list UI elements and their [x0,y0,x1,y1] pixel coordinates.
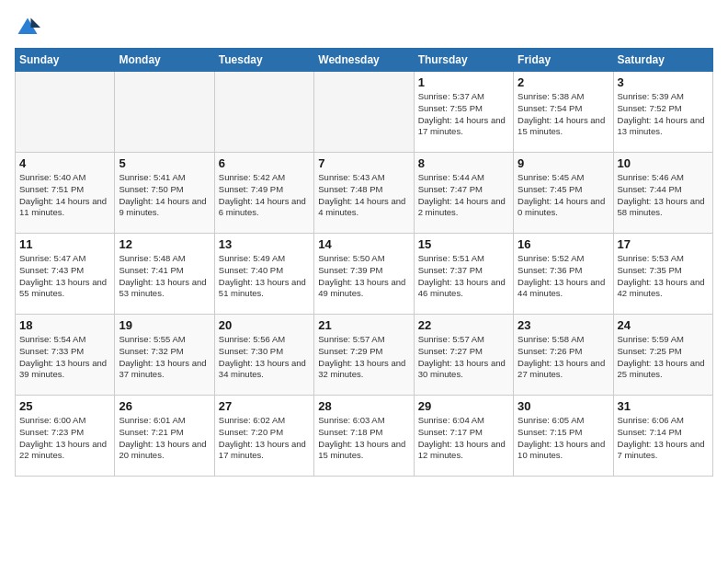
day-number: 23 [518,318,609,332]
logo-icon [15,15,40,40]
calendar-day: 30 Sunrise: 6:05 AMSunset: 7:15 PMDaylig… [514,396,613,477]
calendar-day: 2 Sunrise: 5:38 AMSunset: 7:54 PMDayligh… [514,72,613,153]
calendar-table: SundayMondayTuesdayWednesdayThursdayFrid… [15,48,713,477]
day-info: Sunrise: 5:54 AMSunset: 7:33 PMDaylight:… [19,334,110,381]
header-wednesday: Wednesday [314,49,414,72]
calendar-day: 21 Sunrise: 5:57 AMSunset: 7:29 PMDaylig… [314,315,414,396]
calendar-day: 10 Sunrise: 5:46 AMSunset: 7:44 PMDaylig… [613,153,712,234]
day-info: Sunrise: 6:04 AMSunset: 7:17 PMDaylight:… [418,415,509,462]
day-info: Sunrise: 6:01 AMSunset: 7:21 PMDaylight:… [119,415,210,462]
day-info: Sunrise: 5:57 AMSunset: 7:29 PMDaylight:… [318,334,409,381]
calendar-day: 8 Sunrise: 5:44 AMSunset: 7:47 PMDayligh… [414,153,513,234]
calendar-day: 5 Sunrise: 5:41 AMSunset: 7:50 PMDayligh… [115,153,214,234]
day-info: Sunrise: 6:00 AMSunset: 7:23 PMDaylight:… [19,415,110,462]
calendar-day: 19 Sunrise: 5:55 AMSunset: 7:32 PMDaylig… [115,315,214,396]
calendar-day: 24 Sunrise: 5:59 AMSunset: 7:25 PMDaylig… [613,315,712,396]
day-info: Sunrise: 5:42 AMSunset: 7:49 PMDaylight:… [219,172,310,219]
day-number: 22 [418,318,509,332]
day-info: Sunrise: 5:55 AMSunset: 7:32 PMDaylight:… [119,334,210,381]
calendar-day: 1 Sunrise: 5:37 AMSunset: 7:55 PMDayligh… [414,72,513,153]
day-info: Sunrise: 5:44 AMSunset: 7:47 PMDaylight:… [418,172,509,219]
day-info: Sunrise: 5:37 AMSunset: 7:55 PMDaylight:… [418,91,509,138]
day-number: 7 [318,156,409,170]
calendar-day: 25 Sunrise: 6:00 AMSunset: 7:23 PMDaylig… [16,396,115,477]
day-info: Sunrise: 6:03 AMSunset: 7:18 PMDaylight:… [318,415,409,462]
calendar-day: 11 Sunrise: 5:47 AMSunset: 7:43 PMDaylig… [16,234,115,315]
calendar-day: 29 Sunrise: 6:04 AMSunset: 7:17 PMDaylig… [414,396,513,477]
calendar-day: 6 Sunrise: 5:42 AMSunset: 7:49 PMDayligh… [214,153,313,234]
day-info: Sunrise: 5:49 AMSunset: 7:40 PMDaylight:… [219,253,310,300]
day-number: 30 [518,399,609,413]
day-info: Sunrise: 5:40 AMSunset: 7:51 PMDaylight:… [19,172,110,219]
calendar-day: 28 Sunrise: 6:03 AMSunset: 7:18 PMDaylig… [314,396,414,477]
day-number: 16 [518,237,609,251]
day-number: 13 [219,237,310,251]
day-number: 2 [518,75,609,89]
day-info: Sunrise: 5:59 AMSunset: 7:25 PMDaylight:… [618,334,709,381]
day-number: 14 [318,237,409,251]
day-number: 21 [318,318,409,332]
day-info: Sunrise: 5:52 AMSunset: 7:36 PMDaylight:… [518,253,609,300]
day-number: 20 [219,318,310,332]
day-number: 10 [618,156,709,170]
calendar-week-3: 11 Sunrise: 5:47 AMSunset: 7:43 PMDaylig… [16,234,713,315]
day-info: Sunrise: 5:56 AMSunset: 7:30 PMDaylight:… [219,334,310,381]
day-info: Sunrise: 5:39 AMSunset: 7:52 PMDaylight:… [618,91,709,138]
calendar-week-5: 25 Sunrise: 6:00 AMSunset: 7:23 PMDaylig… [16,396,713,477]
day-number: 27 [219,399,310,413]
day-number: 12 [119,237,210,251]
day-info: Sunrise: 5:48 AMSunset: 7:41 PMDaylight:… [119,253,210,300]
header-tuesday: Tuesday [214,49,313,72]
day-number: 1 [418,75,509,89]
header-thursday: Thursday [414,49,513,72]
day-number: 5 [119,156,210,170]
day-number: 4 [19,156,110,170]
day-number: 31 [618,399,709,413]
logo [15,15,44,40]
day-number: 18 [19,318,110,332]
day-info: Sunrise: 5:53 AMSunset: 7:35 PMDaylight:… [618,253,709,300]
day-info: Sunrise: 5:46 AMSunset: 7:44 PMDaylight:… [618,172,709,219]
day-info: Sunrise: 5:41 AMSunset: 7:50 PMDaylight:… [119,172,210,219]
day-info: Sunrise: 5:58 AMSunset: 7:26 PMDaylight:… [518,334,609,381]
day-number: 9 [518,156,609,170]
header-sunday: Sunday [16,49,115,72]
calendar-day: 17 Sunrise: 5:53 AMSunset: 7:35 PMDaylig… [613,234,712,315]
calendar-day: 27 Sunrise: 6:02 AMSunset: 7:20 PMDaylig… [214,396,313,477]
day-number: 3 [618,75,709,89]
calendar-day [314,72,414,153]
day-number: 25 [19,399,110,413]
day-info: Sunrise: 5:38 AMSunset: 7:54 PMDaylight:… [518,91,609,138]
calendar-day [16,72,115,153]
calendar-week-4: 18 Sunrise: 5:54 AMSunset: 7:33 PMDaylig… [16,315,713,396]
day-number: 17 [618,237,709,251]
day-number: 8 [418,156,509,170]
day-info: Sunrise: 6:02 AMSunset: 7:20 PMDaylight:… [219,415,310,462]
day-info: Sunrise: 6:06 AMSunset: 7:14 PMDaylight:… [618,415,709,462]
day-info: Sunrise: 5:51 AMSunset: 7:37 PMDaylight:… [418,253,509,300]
calendar-week-2: 4 Sunrise: 5:40 AMSunset: 7:51 PMDayligh… [16,153,713,234]
calendar-day: 23 Sunrise: 5:58 AMSunset: 7:26 PMDaylig… [514,315,613,396]
day-number: 15 [418,237,509,251]
day-number: 6 [219,156,310,170]
calendar-day: 18 Sunrise: 5:54 AMSunset: 7:33 PMDaylig… [16,315,115,396]
day-number: 11 [19,237,110,251]
calendar-day: 26 Sunrise: 6:01 AMSunset: 7:21 PMDaylig… [115,396,214,477]
day-number: 26 [119,399,210,413]
day-info: Sunrise: 5:43 AMSunset: 7:48 PMDaylight:… [318,172,409,219]
calendar-day: 3 Sunrise: 5:39 AMSunset: 7:52 PMDayligh… [613,72,712,153]
day-info: Sunrise: 5:57 AMSunset: 7:27 PMDaylight:… [418,334,509,381]
page-header [15,15,713,40]
calendar-week-1: 1 Sunrise: 5:37 AMSunset: 7:55 PMDayligh… [16,72,713,153]
calendar-day: 14 Sunrise: 5:50 AMSunset: 7:39 PMDaylig… [314,234,414,315]
calendar-day: 9 Sunrise: 5:45 AMSunset: 7:45 PMDayligh… [514,153,613,234]
calendar-header-row: SundayMondayTuesdayWednesdayThursdayFrid… [16,49,713,72]
day-number: 19 [119,318,210,332]
day-number: 24 [618,318,709,332]
calendar-day: 31 Sunrise: 6:06 AMSunset: 7:14 PMDaylig… [613,396,712,477]
day-number: 29 [418,399,509,413]
calendar-day [115,72,214,153]
calendar-day: 13 Sunrise: 5:49 AMSunset: 7:40 PMDaylig… [214,234,313,315]
calendar-day: 7 Sunrise: 5:43 AMSunset: 7:48 PMDayligh… [314,153,414,234]
day-number: 28 [318,399,409,413]
